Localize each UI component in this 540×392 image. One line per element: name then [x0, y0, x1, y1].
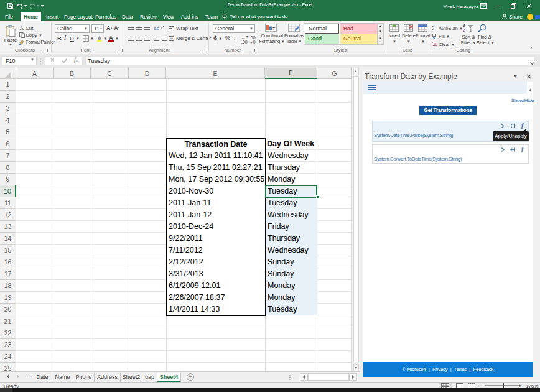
svg-text:ab: ab — [154, 26, 159, 31]
svg-text:≠: ≠ — [272, 26, 276, 31]
